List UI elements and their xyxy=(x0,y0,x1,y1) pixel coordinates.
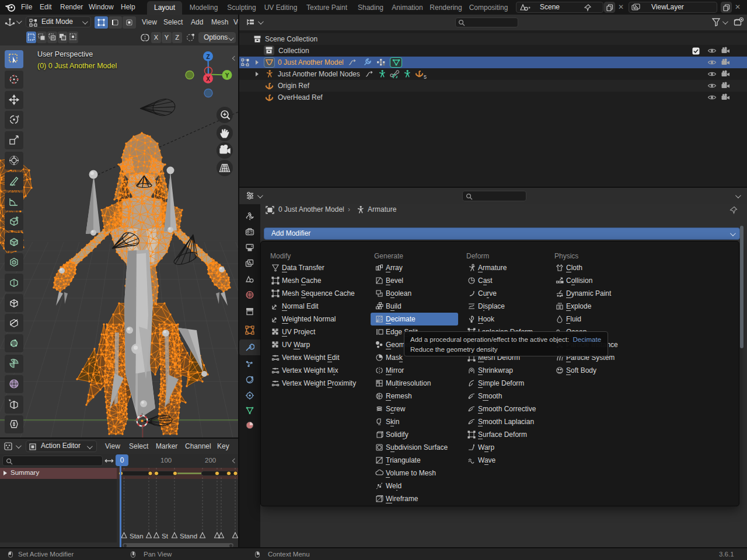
svg-text:Y: Y xyxy=(225,72,229,79)
svg-text:Z: Z xyxy=(206,54,210,60)
svg-text:X: X xyxy=(206,76,210,82)
svg-text:Stan: Stan xyxy=(130,533,144,540)
svg-text:Stand: Stand xyxy=(180,533,197,540)
svg-text:St: St xyxy=(162,533,169,540)
